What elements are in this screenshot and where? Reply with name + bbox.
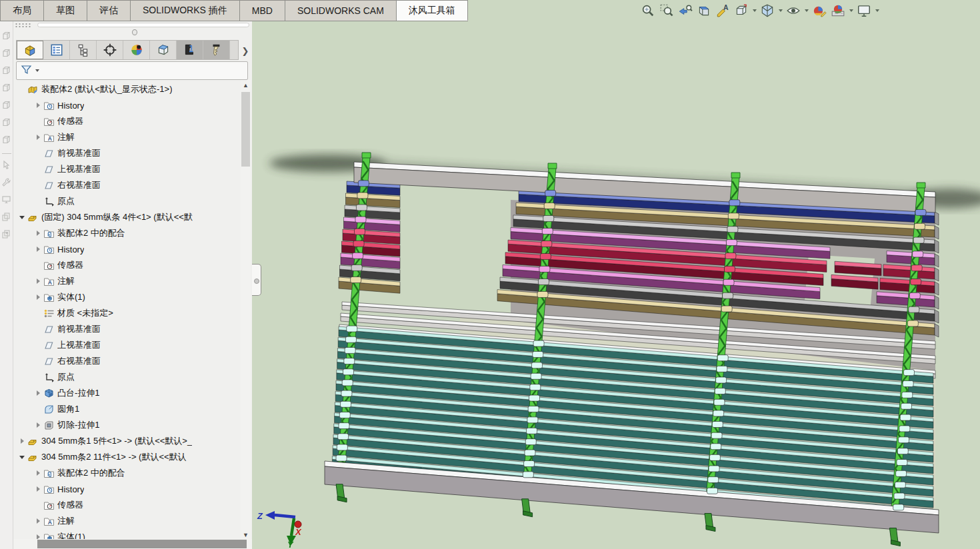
tree-row-annotations-12[interactable]: A注解 [15,273,239,289]
tree-vertical-scrollbar[interactable]: ▲ ▼ [241,80,251,540]
panel-tab-configurationmanager[interactable] [70,41,97,59]
expanded-expander-arrow[interactable] [17,452,27,462]
collapsed-expander-arrow[interactable] [33,245,43,254]
tree-row-mates-9[interactable]: 装配体2 中的配合 [15,225,239,241]
tree-row-boss-19[interactable]: 凸台-拉伸1 [15,385,239,401]
wrench-tool-button[interactable] [1,177,11,190]
commandmanager-scroll-slot[interactable] [37,23,249,27]
edit-appearance-button[interactable] [811,2,828,19]
view-settings-dropdown-caret[interactable] [875,9,879,12]
tree-row-plane-17[interactable]: 右视基准面 [15,353,239,369]
tree-filter[interactable] [16,61,248,80]
tree-row-history-25[interactable]: History [15,481,239,497]
ribbon-tab-4[interactable]: SOLIDWORKS 插件 [131,0,240,21]
panel-collapse-knob[interactable] [132,29,137,35]
filter-dropdown-caret[interactable] [35,69,39,72]
tree-row-origin-18[interactable]: 原点 [15,369,239,385]
ribbon-tab-2[interactable]: 草图 [44,0,87,21]
select-tool-button[interactable] [1,160,11,173]
section-view-button[interactable] [695,2,713,19]
ribbon-tab-7[interactable]: 沐风工具箱 [397,0,468,21]
tree-row-solids-28[interactable]: 实体(1) [15,529,239,540]
tree-row-part-8[interactable]: (固定) 304 5mm纵条 4件<1> (默认<<默 [15,209,239,225]
collapsed-expander-arrow[interactable] [33,484,43,494]
panel-tab-displaymanager[interactable] [123,41,150,59]
viewport-3d[interactable]: ZYX [252,21,980,549]
panel-tab-propertymanager[interactable] [43,41,70,59]
tree-row-fillet-20[interactable]: 圆角1 [15,401,239,417]
view-orientation-button[interactable] [733,2,750,19]
tree-row-plane-16[interactable]: 上视基准面 [15,337,239,353]
scroll-down-arrow[interactable]: ▼ [241,530,251,540]
tree-row-history-10[interactable]: History [15,241,239,257]
collapsed-expander-arrow[interactable] [33,516,43,526]
previous-view-button[interactable] [677,2,694,19]
tree-row-history-1[interactable]: History [15,97,239,113]
tree-row-plane-15[interactable]: 前视基准面 [15,321,239,337]
zoom-to-fit-button[interactable] [639,2,657,19]
panel-tab-dimxpertmanager[interactable] [97,41,123,59]
copy-tool-button[interactable] [1,212,11,225]
collapsed-expander-arrow[interactable] [33,101,43,110]
toolbar-grip-dots[interactable] [15,23,32,28]
panel-tabs-overflow-chevron[interactable]: ❯ [240,43,251,59]
standard-view-5-button[interactable] [1,100,11,113]
tree-row-part-23[interactable]: 304 5mm条2 11件<1> -> (默认<<默认 [15,449,239,465]
standard-view-4-button[interactable] [1,83,11,95]
collapsed-expander-arrow[interactable] [33,229,43,238]
tree-row-part-22[interactable]: 304 5mm条1 5件<1> -> (默认<<默认>_ [15,433,239,449]
standard-view-2-button[interactable] [1,48,11,61]
panel-tab-featuremanager-design-tree[interactable] [17,41,43,59]
collapsed-expander-arrow[interactable] [33,292,43,302]
ribbon-tab-1[interactable]: 布局 [0,0,44,21]
tree-row-sensors-2[interactable]: 传感器 [15,113,239,129]
dynamic-annotation-views-button[interactable]: A [714,2,731,19]
collapsed-expander-arrow[interactable] [33,133,43,142]
panel-tab-cam-tools-tree[interactable] [203,41,230,59]
panel-tab-cam-operation-tree[interactable] [177,41,203,59]
zoom-to-area-button[interactable] [658,2,675,19]
horizontal-scroll-thumb[interactable] [37,540,247,548]
tree-row-plane-5[interactable]: 上视基准面 [15,161,239,177]
collapsed-expander-arrow[interactable] [17,436,27,446]
tree-row-solids-13[interactable]: 实体(1) [15,289,239,305]
model-canvas[interactable]: ZYX [252,21,980,549]
standard-view-6-button[interactable] [1,117,11,130]
tree-row-sensors-11[interactable]: 传感器 [15,257,239,273]
standard-view-1-button[interactable] [1,31,11,43]
tree-row-origin-7[interactable]: 原点 [15,193,239,209]
view-orientation-dropdown-caret[interactable] [753,9,757,12]
collapsed-expander-arrow[interactable] [33,276,43,286]
collapsed-expander-arrow[interactable] [33,388,43,398]
hide-show-items-dropdown-caret[interactable] [805,9,809,12]
ribbon-tab-5[interactable]: MBD [240,0,285,21]
panel-splitter-handle[interactable] [252,264,261,296]
expanded-expander-arrow[interactable] [17,213,27,222]
tree-row-assembly-root-0[interactable]: 装配体2 (默认<默认_显示状态-1>) [15,81,239,97]
filter-funnel-icon[interactable] [21,64,32,78]
paste-tool-button[interactable] [1,229,11,242]
tree-row-cut-21[interactable]: 切除-拉伸1 [15,417,239,433]
collapsed-expander-arrow[interactable] [33,468,43,478]
ribbon-tab-3[interactable]: 评估 [87,0,131,21]
standard-view-3-button[interactable] [1,65,11,78]
vertical-scroll-thumb[interactable] [241,92,250,167]
tree-horizontal-scrollbar[interactable] [13,539,252,549]
display-style-dropdown-caret[interactable] [779,9,783,12]
tree-row-material-14[interactable]: 材质 <未指定> [15,305,239,321]
view-settings-button[interactable] [855,2,873,19]
apply-scene-button[interactable] [829,2,847,19]
monitor-tool-button[interactable] [1,195,11,207]
scroll-up-arrow[interactable]: ▲ [241,80,251,90]
display-style-button[interactable] [759,2,776,19]
tree-row-annotations-27[interactable]: A注解 [15,513,239,529]
tree-row-sensors-26[interactable]: 传感器 [15,497,239,513]
tree-row-mates-24[interactable]: 装配体2 中的配合 [15,465,239,481]
collapsed-expander-arrow[interactable] [33,420,43,430]
hide-show-items-button[interactable] [785,2,802,19]
tree-row-plane-6[interactable]: 右视基准面 [15,177,239,193]
tree-row-annotations-3[interactable]: A注解 [15,129,239,145]
tree-row-plane-4[interactable]: 前视基准面 [15,145,239,161]
apply-scene-dropdown-caret[interactable] [849,9,853,12]
ribbon-tab-6[interactable]: SOLIDWORKS CAM [285,0,397,21]
